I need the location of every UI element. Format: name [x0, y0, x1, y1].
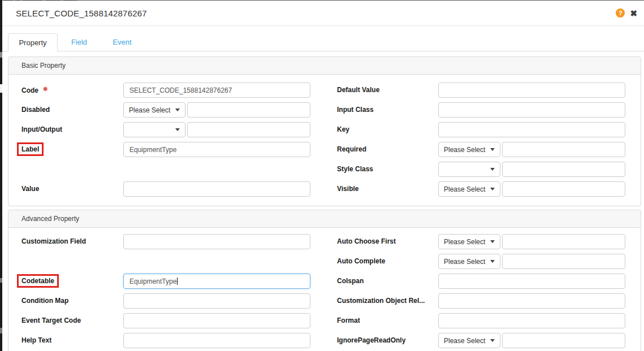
field-row-label: LabelEquipmentType	[8, 142, 321, 162]
field-controls: Please Select	[438, 181, 625, 197]
field-row-help-text: Help Text	[8, 333, 321, 351]
auto-complete-input[interactable]	[502, 254, 625, 269]
tab-event[interactable]: Event	[101, 33, 144, 51]
disabled-input[interactable]	[187, 102, 310, 118]
style-class-input[interactable]	[502, 162, 625, 177]
auto-complete-select[interactable]: Please Select	[438, 254, 500, 269]
help-icon[interactable]: ?	[616, 8, 625, 18]
field-row-visible: VisiblePlease Select	[321, 181, 641, 201]
chevron-down-icon	[175, 128, 180, 131]
condition-map-input[interactable]	[123, 293, 310, 309]
section-basic-property: Basic PropertyCode✱SELECT_CODE_158814287…	[8, 57, 641, 206]
input-class-input[interactable]	[438, 102, 625, 118]
visible-input[interactable]	[502, 181, 625, 197]
field-row-codetable: CodetableEquipmentType	[8, 274, 321, 293]
field-controls: Please Select	[123, 102, 310, 118]
select-value: Please Select	[444, 146, 485, 154]
left-column: Code✱SELECT_CODE_1588142876267DisabledPl…	[8, 83, 321, 201]
field-controls	[123, 293, 310, 309]
event-target-code-input[interactable]	[123, 313, 310, 328]
default-value-input[interactable]	[438, 83, 625, 98]
ignorepagereadonly-select[interactable]: Please Select	[438, 333, 500, 348]
chevron-down-icon	[490, 168, 495, 171]
field-label-customization-object-rel: Customization Object Rel...	[321, 293, 438, 305]
field-controls	[438, 122, 625, 137]
help-text-input[interactable]	[123, 333, 310, 348]
chevron-down-icon	[490, 240, 495, 243]
field-controls: EquipmentType	[123, 274, 310, 289]
section-title: Basic Property	[8, 57, 641, 75]
field-controls	[123, 181, 310, 197]
field-label-colspan: Colspan	[321, 274, 438, 285]
field-row-auto-complete: Auto CompletePlease Select	[321, 254, 641, 274]
field-label-input-class: Input Class	[321, 102, 438, 114]
field-row-key: Key	[321, 122, 641, 142]
select-value: Please Select	[444, 185, 485, 193]
field-controls	[438, 313, 625, 328]
field-label-code: Code✱	[8, 83, 123, 94]
required-input[interactable]	[502, 142, 625, 157]
field-row-required: RequiredPlease Select	[321, 142, 641, 162]
tab-field[interactable]: Field	[58, 33, 101, 51]
property-dialog: SELECT_CODE_1588142876267 ? ✖ PropertyFi…	[2, 1, 644, 351]
label-input[interactable]: EquipmentType	[123, 142, 310, 157]
code-input[interactable]: SELECT_CODE_1588142876267	[123, 83, 310, 98]
field-controls	[123, 333, 310, 348]
auto-choose-first-input[interactable]	[502, 234, 625, 249]
field-row-format: Format	[321, 313, 641, 333]
chevron-down-icon	[175, 109, 180, 111]
field-label-event-target-code: Event Target Code	[8, 313, 123, 324]
dialog-title: SELECT_CODE_1588142876267	[16, 8, 147, 18]
red-highlight-box: Label	[17, 142, 44, 156]
field-controls: SELECT_CODE_1588142876267	[123, 83, 310, 98]
field-row-code: Code✱SELECT_CODE_1588142876267	[8, 83, 321, 102]
ignorepagereadonly-input[interactable]	[502, 333, 625, 348]
field-label-disabled: Disabled	[8, 102, 123, 114]
field-controls: Please Select	[438, 333, 625, 348]
left-column: Customization FieldCodetableEquipmentTyp…	[8, 234, 321, 351]
visible-select[interactable]: Please Select	[438, 181, 500, 197]
field-row-value: Value	[8, 181, 321, 201]
field-label-key: Key	[321, 122, 438, 133]
field-row-condition-map: Condition Map	[8, 293, 321, 313]
field-row-auto-choose-first: Auto Choose FirstPlease Select	[321, 234, 641, 254]
chevron-down-icon	[490, 148, 495, 151]
field-controls	[438, 83, 625, 98]
field-controls	[438, 102, 625, 118]
field-controls	[123, 122, 310, 137]
tab-property[interactable]: Property	[8, 33, 58, 51]
field-row-colspan: Colspan	[321, 274, 641, 293]
field-row-input-class: Input Class	[321, 102, 641, 122]
customization-field-input[interactable]	[123, 234, 310, 249]
field-label-auto-complete: Auto Complete	[321, 254, 438, 265]
field-label-required: Required	[321, 142, 438, 153]
field-label-style-class: Style Class	[321, 162, 438, 173]
field-label-input-output: Input/Output	[8, 122, 123, 133]
screen: SELECT_CODE_1588142876267 ? ✖ PropertyFi…	[0, 0, 644, 351]
colspan-input[interactable]	[438, 274, 625, 289]
right-column: Auto Choose FirstPlease SelectAuto Compl…	[321, 234, 641, 351]
disabled-select[interactable]: Please Select	[123, 102, 185, 118]
style-class-select[interactable]	[438, 162, 500, 177]
field-row-default-value: Default Value	[321, 83, 641, 102]
select-value: Please Select	[444, 258, 485, 266]
auto-choose-first-select[interactable]: Please Select	[438, 234, 500, 249]
field-controls	[123, 234, 310, 249]
format-input[interactable]	[438, 313, 625, 328]
section-advanced-property: Advanced PropertyCustomization FieldCode…	[8, 210, 641, 351]
row-spacer	[8, 162, 321, 181]
field-controls	[438, 274, 625, 289]
input-output-input[interactable]	[187, 122, 310, 137]
field-label-value: Value	[8, 181, 123, 193]
key-input[interactable]	[438, 122, 625, 137]
close-icon[interactable]: ✖	[630, 9, 637, 18]
field-label-visible: Visible	[321, 181, 438, 193]
field-label-ignorepagereadonly: IgnorePageReadOnly	[321, 333, 438, 344]
dialog-titlebar: SELECT_CODE_1588142876267 ? ✖	[2, 1, 644, 26]
codetable-input[interactable]: EquipmentType	[123, 274, 310, 289]
value-input[interactable]	[123, 181, 310, 197]
input-output-select[interactable]	[123, 122, 185, 137]
right-column: Default ValueInput ClassKeyRequiredPleas…	[321, 83, 641, 201]
required-select[interactable]: Please Select	[438, 142, 500, 157]
customization-object-rel-input[interactable]	[438, 293, 625, 309]
